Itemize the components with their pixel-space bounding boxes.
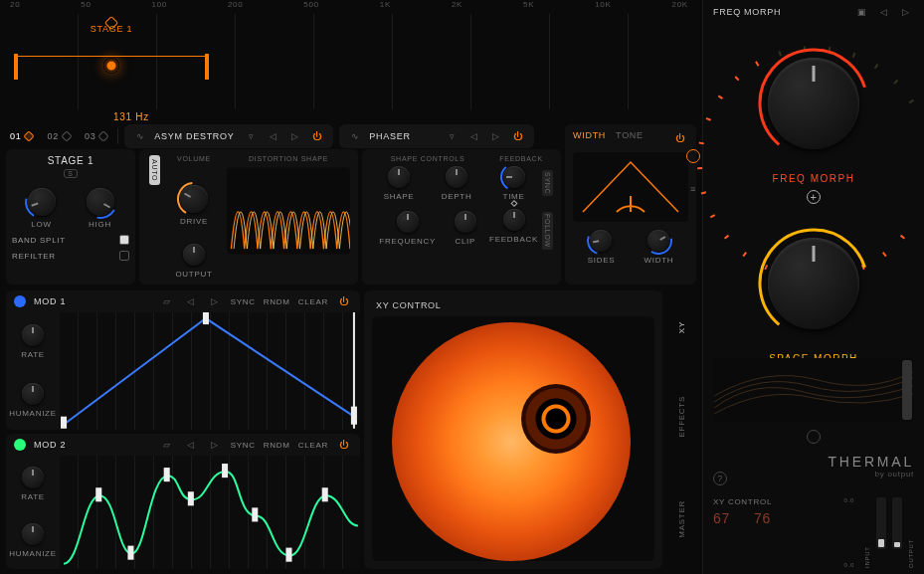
time-knob[interactable]: TIME xyxy=(489,166,538,201)
save-icon[interactable]: ▣ xyxy=(854,4,870,20)
xy-cursor[interactable] xyxy=(521,384,591,454)
mod1-rate-knob[interactable]: RATE xyxy=(21,324,45,359)
svg-rect-18 xyxy=(285,548,291,562)
meters-section: XY CONTROL 67 76 0.0 0.0 INPUT OUTPUT xyxy=(713,497,914,568)
tick: 20K xyxy=(672,0,688,14)
scale-tick: 0.0 xyxy=(843,497,854,503)
clear-button[interactable]: CLEAR xyxy=(298,297,328,306)
svg-rect-9 xyxy=(203,312,209,324)
knob-label: LOW xyxy=(31,220,51,229)
tone-tab[interactable]: TONE xyxy=(616,130,644,146)
view-rail: XY EFFECTS MASTER xyxy=(666,290,696,569)
prev-icon[interactable]: ◁ xyxy=(266,128,281,144)
rail-xy[interactable]: XY xyxy=(677,321,686,333)
phaser-panel: SHAPE CONTROLS SHAPE DEPTH FREQUENCY CLI… xyxy=(362,149,561,285)
shape-knob[interactable]: SHAPE xyxy=(384,166,415,201)
frequency-knob[interactable]: FREQUENCY xyxy=(379,211,436,246)
random-button[interactable]: RNDM xyxy=(264,297,290,306)
dry-wet-slider[interactable] xyxy=(902,360,912,420)
band-bracket[interactable] xyxy=(14,56,209,76)
drive-knob[interactable]: DRIVE xyxy=(180,185,208,226)
random-button[interactable]: RNDM xyxy=(264,441,290,450)
clear-button[interactable]: CLEAR xyxy=(298,441,328,450)
input-meter-label: INPUT xyxy=(864,497,870,568)
prev-icon[interactable]: ◁ xyxy=(183,293,199,309)
preset-name[interactable]: FREQ MORPH xyxy=(713,7,848,17)
right-column: FREQ MORPH ▣ ◁ ▷ ≡ FREQ MORPH + SPACE MO… xyxy=(702,0,924,574)
macro-target-icon[interactable] xyxy=(686,149,700,163)
output-knob[interactable]: OUTPUT xyxy=(175,244,212,279)
freq-morph-knob[interactable] xyxy=(768,58,859,149)
tick: 2K xyxy=(452,0,462,14)
xy-pad[interactable] xyxy=(372,316,654,561)
distortion-shape-display[interactable] xyxy=(227,162,350,260)
tick: 1K xyxy=(380,0,391,14)
follow-toggle[interactable]: FOLLOW xyxy=(542,212,553,250)
power-icon[interactable]: ⏻ xyxy=(309,128,325,144)
freq-morph-assign-button[interactable]: + xyxy=(807,190,821,204)
chevron-down-icon[interactable]: ▿ xyxy=(244,128,260,144)
knob-label: FEEDBACK xyxy=(489,235,538,244)
prev-preset-icon[interactable]: ◁ xyxy=(876,4,892,20)
width-visualizer[interactable] xyxy=(573,152,688,222)
depth-knob[interactable]: DEPTH xyxy=(442,166,472,201)
next-preset-icon[interactable]: ▷ xyxy=(898,4,914,20)
stage-tab-02[interactable]: 02 xyxy=(43,131,74,141)
xy-control-panel: XY CONTROL xyxy=(364,290,662,569)
rail-effects[interactable]: EFFECTS xyxy=(677,396,686,438)
sides-knob[interactable]: SIDES xyxy=(588,230,616,265)
svg-point-7 xyxy=(644,226,673,256)
knob-label: SHAPE xyxy=(384,192,415,201)
stage-tab-03[interactable]: 03 xyxy=(81,131,111,141)
mod1-title: MOD 1 xyxy=(34,296,66,306)
mod2-envelope[interactable] xyxy=(60,456,360,569)
space-morph-knob[interactable] xyxy=(768,238,859,329)
mod2-humanize-knob[interactable]: HUMANIZE xyxy=(9,523,57,558)
mod-shape-icon[interactable]: ▱ xyxy=(159,437,175,453)
next-icon[interactable]: ▷ xyxy=(287,128,303,144)
mod-shape-icon[interactable]: ▱ xyxy=(159,293,175,309)
tick: 10K xyxy=(595,0,611,14)
mod2-rate-knob[interactable]: RATE xyxy=(21,467,45,501)
power-icon[interactable]: ⏻ xyxy=(336,293,352,309)
mod1-humanize-knob[interactable]: HUMANIZE xyxy=(9,383,57,418)
mod1-panel: MOD 1 ▱ ◁ ▷ SYNC RNDM CLEAR ⏻ RATE HUMAN… xyxy=(6,290,360,430)
stage1-band-range[interactable]: STAGE 1 xyxy=(14,18,209,96)
sync-toggle[interactable]: SYNC xyxy=(542,170,553,196)
auto-tab[interactable]: AUTO xyxy=(149,155,160,185)
next-icon[interactable]: ▷ xyxy=(488,128,504,144)
power-icon[interactable]: ⏻ xyxy=(672,130,688,146)
high-knob[interactable]: HIGH xyxy=(87,188,114,229)
tick: 20 xyxy=(10,0,20,14)
next-icon[interactable]: ▷ xyxy=(207,437,223,453)
power-icon[interactable]: ⏻ xyxy=(510,128,526,144)
brand-byline: by output xyxy=(829,470,915,478)
mod2-title: MOD 2 xyxy=(34,440,66,450)
prev-icon[interactable]: ◁ xyxy=(183,437,199,453)
width-knob[interactable]: WIDTH xyxy=(645,230,674,265)
knob-label: HUMANIZE xyxy=(9,549,57,558)
chevron-down-icon[interactable]: ▿ xyxy=(445,128,461,144)
band-split-checkbox[interactable] xyxy=(119,235,129,245)
power-icon[interactable]: ⏻ xyxy=(336,437,352,453)
width-tab[interactable]: WIDTH xyxy=(573,130,606,146)
clip-knob[interactable]: CLIP xyxy=(455,211,476,246)
refilter-checkbox[interactable] xyxy=(119,251,129,261)
sync-button[interactable]: SYNC xyxy=(231,441,256,450)
fx2-name[interactable]: PHASER xyxy=(369,131,439,141)
sliders-icon[interactable]: ≡ xyxy=(685,181,701,197)
help-icon[interactable]: ? xyxy=(713,472,727,485)
fx1-name[interactable]: ASYM DESTROY xyxy=(154,131,238,141)
prev-icon[interactable]: ◁ xyxy=(466,128,482,144)
low-knob[interactable]: LOW xyxy=(28,188,56,229)
scale-tick: 0.0 xyxy=(843,562,854,568)
mod1-envelope[interactable] xyxy=(60,312,360,430)
svg-rect-12 xyxy=(95,487,101,501)
rail-master[interactable]: MASTER xyxy=(677,500,686,538)
solo-button[interactable]: S xyxy=(64,169,77,178)
next-icon[interactable]: ▷ xyxy=(207,293,223,309)
sync-button[interactable]: SYNC xyxy=(231,297,256,306)
lock-icon[interactable] xyxy=(807,430,821,444)
stage-tab-01[interactable]: 01 xyxy=(6,131,37,141)
feedback-knob[interactable]: FEEDBACK xyxy=(489,209,538,244)
